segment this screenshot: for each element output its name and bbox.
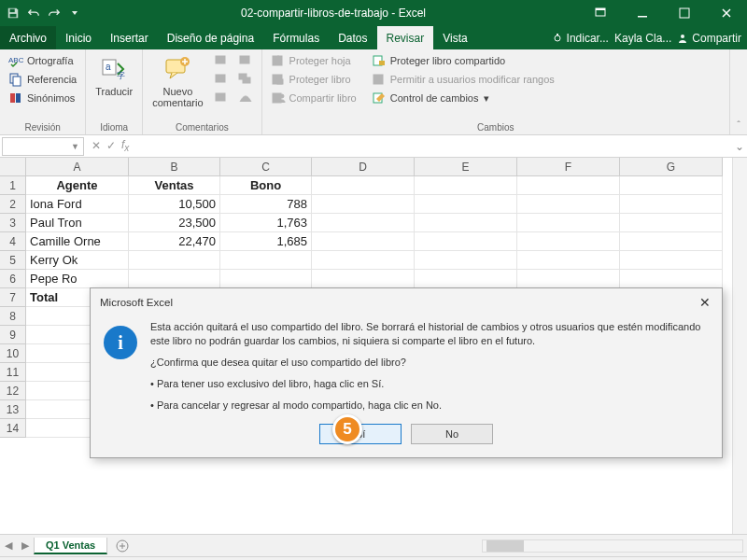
column-header[interactable]: F [517, 158, 620, 176]
cell[interactable] [415, 214, 517, 232]
column-header[interactable]: B [129, 158, 220, 176]
row-header[interactable]: 11 [0, 363, 26, 382]
cell[interactable] [312, 214, 415, 232]
minimize-icon[interactable] [621, 0, 663, 26]
name-box[interactable]: ▼ [2, 137, 84, 156]
cell[interactable] [415, 270, 517, 288]
cell[interactable]: Ventas [129, 176, 220, 195]
cell[interactable] [415, 176, 517, 195]
cell[interactable] [129, 270, 220, 288]
undo-icon[interactable] [26, 6, 41, 21]
dialog-close-icon[interactable]: ✕ [696, 293, 714, 312]
cell[interactable] [620, 270, 723, 288]
vertical-scrollbar[interactable] [732, 158, 747, 534]
sheet-nav-next-icon[interactable]: ▶ [17, 539, 34, 552]
save-icon[interactable] [6, 6, 21, 21]
enter-formula-icon[interactable]: ✓ [106, 139, 116, 152]
cell[interactable] [517, 176, 620, 195]
cell[interactable] [620, 251, 723, 270]
maximize-icon[interactable] [663, 0, 705, 26]
cell[interactable]: Iona Ford [26, 195, 129, 214]
cell[interactable]: 10,500 [129, 195, 220, 214]
fx-icon[interactable]: fx [121, 138, 129, 153]
cell[interactable]: 1,685 [220, 232, 312, 251]
cell[interactable] [517, 214, 620, 232]
cell[interactable] [620, 195, 723, 214]
row-header[interactable]: 3 [0, 214, 26, 232]
cell[interactable]: Camille Orne [26, 232, 129, 251]
cell[interactable]: Kerry Ok [26, 251, 129, 270]
row-header[interactable]: 12 [0, 382, 26, 400]
cell[interactable] [620, 214, 723, 232]
cell[interactable]: 788 [220, 195, 312, 214]
column-header[interactable]: D [312, 158, 415, 176]
cell[interactable] [415, 251, 517, 270]
cell[interactable]: Paul Tron [26, 214, 129, 232]
row-header[interactable]: 1 [0, 176, 26, 195]
chevron-down-icon[interactable]: ▼ [71, 142, 79, 151]
research-button[interactable]: Referencia [6, 71, 79, 88]
tab-review[interactable]: Revisar [377, 26, 434, 49]
row-header[interactable]: 6 [0, 270, 26, 288]
row-header[interactable]: 7 [0, 288, 26, 307]
cell[interactable]: Pepe Ro [26, 270, 129, 288]
cell[interactable] [517, 251, 620, 270]
tab-home[interactable]: Inicio [56, 26, 101, 49]
horizontal-scrollbar[interactable] [134, 539, 747, 553]
new-comment-button[interactable]: Nuevo comentario [148, 52, 206, 110]
row-header[interactable]: 8 [0, 307, 26, 326]
cell[interactable] [312, 176, 415, 195]
cell[interactable] [415, 195, 517, 214]
protect-shared-button[interactable]: Proteger libro compartido [369, 52, 557, 69]
cell[interactable] [312, 195, 415, 214]
thesaurus-button[interactable]: Sinónimos [6, 90, 79, 106]
qat-dropdown-icon[interactable] [67, 6, 82, 21]
new-sheet-button[interactable] [111, 538, 134, 554]
cell[interactable] [517, 232, 620, 251]
tab-insert[interactable]: Insertar [101, 26, 158, 49]
sheet-tab[interactable]: Q1 Ventas [34, 538, 107, 554]
share-workbook-button[interactable]: Compartir libro [268, 90, 359, 106]
tab-file[interactable]: Archivo [0, 26, 56, 49]
expand-formula-icon[interactable]: ⌄ [732, 140, 747, 153]
row-header[interactable]: 2 [0, 195, 26, 214]
column-header[interactable]: C [220, 158, 312, 176]
cell[interactable] [620, 232, 723, 251]
track-changes-button[interactable]: Control de cambios▾ [369, 90, 557, 106]
cell[interactable] [220, 251, 312, 270]
row-header[interactable]: 14 [0, 419, 26, 438]
tell-me[interactable]: Indicar... [552, 32, 609, 45]
cell[interactable] [620, 176, 723, 195]
ribbon-options-icon[interactable] [579, 0, 621, 26]
cell[interactable]: Bono [220, 176, 312, 195]
column-header[interactable]: E [415, 158, 517, 176]
cell[interactable] [517, 195, 620, 214]
cell[interactable] [220, 270, 312, 288]
spelling-button[interactable]: ABCOrtografía [6, 52, 79, 69]
row-header[interactable]: 10 [0, 344, 26, 363]
cell[interactable] [415, 232, 517, 251]
column-header[interactable]: G [620, 158, 723, 176]
row-header[interactable]: 9 [0, 326, 26, 344]
user-name[interactable]: Kayla Cla... [614, 32, 671, 45]
column-header[interactable]: A [26, 158, 129, 176]
row-header[interactable]: 13 [0, 400, 26, 419]
cell[interactable] [312, 270, 415, 288]
cancel-formula-icon[interactable]: ✕ [92, 139, 101, 152]
cell[interactable] [517, 270, 620, 288]
tab-pagelayout[interactable]: Diseño de página [158, 26, 263, 49]
collapse-ribbon-icon[interactable]: ˆ [730, 49, 747, 134]
tab-data[interactable]: Datos [329, 26, 376, 49]
redo-icon[interactable] [47, 6, 62, 21]
cell[interactable]: 22,470 [129, 232, 220, 251]
no-button[interactable]: No [411, 424, 493, 444]
tab-formulas[interactable]: Fórmulas [263, 26, 329, 49]
cell[interactable]: 23,500 [129, 214, 220, 232]
tab-view[interactable]: Vista [433, 26, 476, 49]
row-header[interactable]: 4 [0, 232, 26, 251]
sheet-nav-prev-icon[interactable]: ◀ [0, 539, 17, 552]
share-button[interactable]: Compartir [677, 32, 741, 45]
select-all-button[interactable] [0, 158, 26, 176]
row-header[interactable]: 5 [0, 251, 26, 270]
translate-button[interactable]: a字 Traducir [92, 52, 136, 99]
